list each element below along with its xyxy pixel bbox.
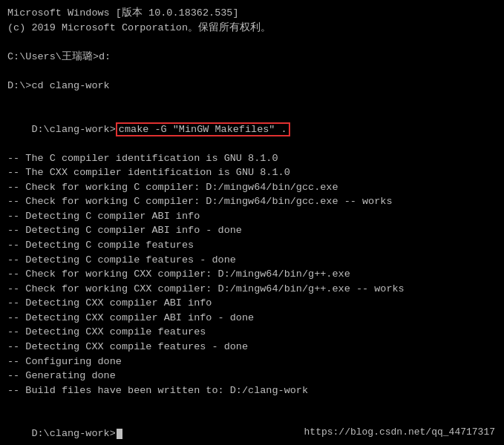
- line-check-c-compiler-works: -- Check for working C compiler: D:/ming…: [7, 194, 497, 209]
- line-detecting-cxx-abi-done: -- Detecting CXX compiler ABI info - don…: [7, 311, 497, 326]
- line-check-cxx-compiler-works: -- Check for working CXX compiler: D:/mi…: [7, 282, 497, 297]
- line-empty-2: [7, 64, 497, 79]
- line-check-c-compiler: -- Check for working C compiler: D:/ming…: [7, 180, 497, 195]
- line-detecting-c-abi-done: -- Detecting C compiler ABI info - done: [7, 223, 497, 238]
- line-cxx-compiler: -- The CXX compiler identification is GN…: [7, 165, 497, 180]
- final-prompt-text: D:\clang-work>: [31, 428, 115, 439]
- line-configuring-done: -- Configuring done: [7, 355, 497, 369]
- line-empty-1: [7, 35, 497, 50]
- line-detecting-c-features-done: -- Detecting C compile features - done: [7, 253, 497, 268]
- line-windows-version: Microsoft Windows [版本 10.0.18362.535]: [7, 6, 497, 21]
- line-empty-3: [7, 93, 497, 108]
- terminal-window: Microsoft Windows [版本 10.0.18362.535] (c…: [0, 0, 504, 445]
- cmake-prompt: D:\clang-work>: [31, 124, 115, 135]
- line-check-cxx-compiler: -- Check for working CXX compiler: D:/mi…: [7, 267, 497, 282]
- line-detecting-cxx-features-done: -- Detecting CXX compile features - done: [7, 340, 497, 355]
- cmake-highlighted-command: cmake -G "MinGW Makefiles" .: [116, 122, 290, 136]
- line-detecting-c-features: -- Detecting C compile features: [7, 238, 497, 253]
- line-detecting-cxx-abi: -- Detecting CXX compiler ABI info: [7, 296, 497, 311]
- line-detecting-cxx-features: -- Detecting CXX compile features: [7, 325, 497, 340]
- cursor-block: [117, 429, 122, 439]
- line-copyright: (c) 2019 Microsoft Corporation。保留所有权利。: [7, 21, 497, 36]
- line-cmake-command: D:\clang-work>cmake -G "MinGW Makefiles"…: [7, 108, 497, 151]
- line-empty-4: [7, 398, 497, 412]
- url-watermark: https://blog.csdn.net/qq_44717317: [304, 426, 495, 438]
- line-detecting-c-abi: -- Detecting C compiler ABI info: [7, 209, 497, 224]
- line-cd-command: D:\>cd clang-work: [7, 79, 497, 93]
- line-c-compiler: -- The C compiler identification is GNU …: [7, 151, 497, 166]
- line-change-drive: C:\Users\王瑞璐>d:: [7, 50, 497, 65]
- line-generating-done: -- Generating done: [7, 369, 497, 383]
- line-build-files-written: -- Build files have been written to: D:/…: [7, 383, 497, 398]
